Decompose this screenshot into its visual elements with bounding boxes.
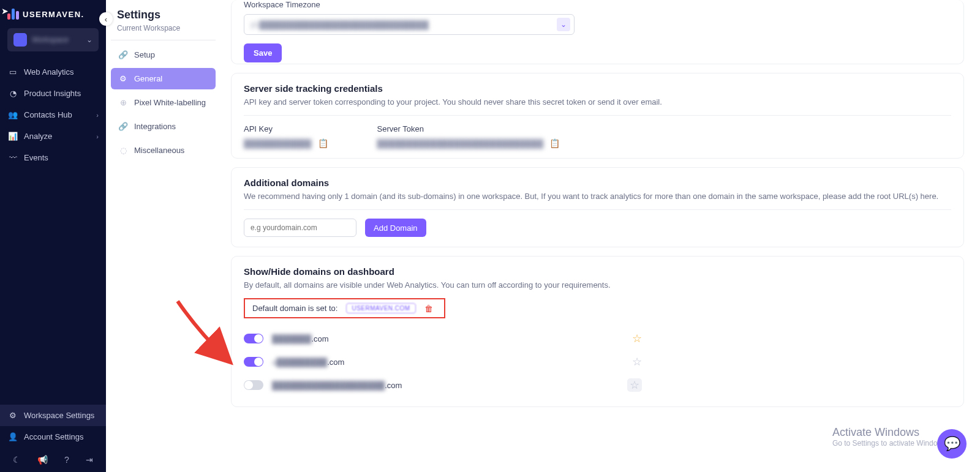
api-key-value: ████████████ (244, 139, 312, 148)
timezone-select[interactable]: (G██████████████████████████████ ⌄ (244, 14, 575, 35)
chevron-down-icon: ⌄ (557, 18, 570, 31)
workspace-avatar-icon (13, 33, 27, 47)
monitor-icon: ▭ (8, 67, 18, 77)
settings-item-label: Integrations (134, 122, 176, 131)
server-token-block: Server Token ███████████████████████████… (377, 124, 560, 148)
domain-input[interactable] (244, 219, 356, 237)
trash-icon[interactable]: 🗑 (424, 304, 433, 313)
default-domain-box: Default domain is set to: USERMAVEN.COM … (244, 298, 445, 318)
brand-logo[interactable]: USERMAVEN. (0, 0, 106, 28)
nav-product-insights[interactable]: ◔Product Insights (0, 83, 106, 104)
timezone-value: (G██████████████████████████████ (251, 20, 557, 29)
nav-account-settings[interactable]: 👤Account Settings (0, 426, 106, 448)
star-icon[interactable]: ☆ (627, 378, 642, 392)
nav-list: ▭Web Analytics ◔Product Insights 👥Contac… (0, 58, 106, 405)
settings-panel: Settings Current Workspace 🔗Setup ⚙Gener… (106, 0, 221, 472)
settings-item-misc[interactable]: ◌Miscellaneous (111, 140, 216, 161)
server-tracking-desc: API key and server token corresponding t… (244, 97, 951, 107)
help-icon[interactable]: ? (64, 455, 69, 465)
chart-icon: 📊 (8, 132, 18, 141)
chat-button[interactable]: 💬 (937, 429, 967, 459)
nav-events[interactable]: 〰Events (0, 147, 106, 168)
settings-item-setup[interactable]: 🔗Setup (111, 44, 216, 66)
timezone-card: Workspace Timezone (G███████████████████… (231, 0, 964, 64)
settings-item-general[interactable]: ⚙General (111, 68, 216, 89)
settings-item-label: Pixel White-labelling (134, 98, 206, 107)
default-domain-label: Default domain is set to: (252, 304, 337, 313)
domain-text: ████████████████████.com (272, 381, 402, 390)
megaphone-icon[interactable]: 📢 (37, 455, 48, 465)
domain-row: ███████.com ☆ (244, 327, 648, 350)
copy-icon[interactable]: 📋 (549, 138, 560, 148)
user-gear-icon: 👤 (8, 432, 18, 441)
nav-contacts-hub[interactable]: 👥Contacts Hub› (0, 104, 106, 125)
link-icon: 🔗 (118, 50, 128, 59)
show-hide-domains-card: Show/Hide domains on dashboard By defaul… (231, 256, 964, 407)
add-domain-button[interactable]: Add Domain (365, 219, 426, 237)
gear-icon: ⚙ (8, 411, 18, 420)
nav-web-analytics[interactable]: ▭Web Analytics (0, 61, 106, 83)
nav-label: Contacts Hub (24, 110, 72, 119)
api-key-label: API Key (244, 124, 328, 133)
show-hide-title: Show/Hide domains on dashboard (244, 266, 951, 277)
nav-label: Workspace Settings (24, 411, 94, 420)
nav-label: Events (24, 153, 48, 162)
credentials-row: API Key ████████████ 📋 Server Token ████… (244, 115, 951, 148)
link-icon: 🔗 (118, 122, 128, 131)
domain-toggle[interactable] (244, 357, 263, 367)
main-content: Workspace Timezone (G███████████████████… (231, 0, 980, 472)
domain-toggle[interactable] (244, 334, 263, 343)
activate-subtitle: Go to Settings to activate Windows (832, 439, 946, 448)
users-icon: 👥 (8, 110, 18, 119)
save-button[interactable]: Save (244, 43, 282, 62)
domain-row: ████████████████████.com ☆ (244, 373, 648, 397)
nav-label: Product Insights (24, 89, 81, 98)
chevron-right-icon: › (96, 111, 99, 119)
brand-name: USERMAVEN. (23, 10, 85, 19)
settings-item-integrations[interactable]: 🔗Integrations (111, 116, 216, 137)
cursor-icon: ➤ (1, 6, 9, 16)
copy-icon[interactable]: 📋 (318, 138, 328, 148)
logout-icon[interactable]: ⇥ (86, 455, 93, 465)
nav-label: Account Settings (24, 432, 84, 441)
server-tracking-card: Server side tracking credentials API key… (231, 73, 964, 159)
star-icon[interactable]: ☆ (632, 355, 642, 369)
logo-bars-icon (7, 9, 19, 20)
api-key-block: API Key ████████████ 📋 (244, 124, 328, 148)
default-domain-badge[interactable]: USERMAVEN.COM (346, 303, 415, 313)
settings-subtitle: Current Workspace (111, 21, 216, 40)
star-icon[interactable]: ☆ (632, 332, 642, 345)
domain-text: a█████████.com (272, 358, 344, 367)
nav-workspace-settings[interactable]: ⚙Workspace Settings (0, 405, 106, 426)
workspace-selector[interactable]: Workspace ⌄ (7, 28, 99, 51)
settings-title: Settings (111, 9, 216, 21)
chat-icon: 💬 (944, 436, 960, 452)
show-hide-desc: By default, all domains are visible unde… (244, 280, 951, 290)
domain-toggle[interactable] (244, 380, 263, 390)
server-tracking-title: Server side tracking credentials (244, 83, 951, 94)
globe-icon: ⊕ (118, 98, 128, 107)
chevron-down-icon: ⌄ (86, 36, 92, 44)
server-token-label: Server Token (377, 124, 560, 133)
nav-label: Web Analytics (24, 67, 74, 77)
bottom-icon-bar: ☾ 📢 ? ⇥ (0, 448, 106, 472)
main-sidebar: ➤ USERMAVEN. Workspace ⌄ ▭Web Analytics … (0, 0, 106, 472)
moon-icon[interactable]: ☾ (13, 455, 21, 465)
chevron-right-icon: › (96, 133, 99, 140)
settings-item-label: Miscellaneous (134, 146, 184, 155)
additional-domains-card: Additional domains We recommend having o… (231, 167, 964, 247)
domain-row: a█████████.com ☆ (244, 350, 648, 373)
server-token-value: ████████████████████████████ (377, 139, 544, 148)
settings-item-label: General (134, 74, 162, 83)
nav-analyze[interactable]: 📊Analyze› (0, 125, 106, 147)
additional-domains-title: Additional domains (244, 178, 951, 188)
domain-text: ███████.com (272, 334, 329, 343)
activate-title: Activate Windows (832, 426, 946, 439)
settings-item-pixel[interactable]: ⊕Pixel White-labelling (111, 92, 216, 113)
activity-icon: 〰 (8, 153, 18, 162)
activate-windows-overlay: Activate Windows Go to Settings to activ… (832, 426, 946, 448)
gear-icon: ⚙ (118, 74, 128, 83)
dashed-circle-icon: ◌ (118, 146, 128, 155)
pie-icon: ◔ (8, 89, 18, 98)
nav-label: Analyze (24, 132, 52, 141)
